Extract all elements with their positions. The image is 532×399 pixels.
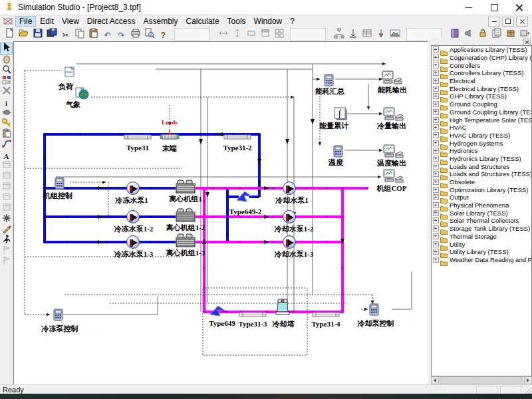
- pipe-type31-4[interactable]: [312, 309, 340, 321]
- expand-icon[interactable]: [433, 140, 439, 146]
- tree-item-cogeneration-chp-library-tess[interactable]: Cogeneration (CHP) Library (TESS): [432, 54, 531, 62]
- expand-icon[interactable]: [433, 225, 439, 231]
- cw-pump-control[interactable]: [369, 303, 379, 319]
- tree-item-obsolete[interactable]: Obsolete: [432, 178, 531, 186]
- tree-item-hydronics-library-tess[interactable]: Hydronics Library (TESS): [432, 155, 531, 163]
- expand-icon[interactable]: [433, 179, 439, 185]
- expand-icon[interactable]: [433, 148, 439, 154]
- tree-item-ground-coupling-library-tess[interactable]: Ground Coupling Library (TESS): [432, 108, 531, 116]
- scroll-right-button[interactable]: [524, 376, 532, 384]
- expand-icon[interactable]: [433, 194, 439, 200]
- tree-item-electrical-library-tess[interactable]: Electrical Library (TESS): [432, 84, 531, 92]
- menu-item-assembly[interactable]: Assembly: [140, 16, 182, 27]
- mdi-minimize-button[interactable]: [488, 17, 500, 27]
- pipe-type31[interactable]: [124, 131, 152, 143]
- expand-icon[interactable]: [433, 249, 439, 255]
- tree-item-hydrogen-systems[interactable]: Hydrogen Systems: [432, 139, 531, 147]
- tree-item-ground-coupling[interactable]: Ground Coupling: [432, 100, 531, 108]
- undo-button[interactable]: ↶: [100, 28, 114, 41]
- fit-vertical-button[interactable]: [230, 28, 244, 41]
- cooling-tower[interactable]: [275, 299, 291, 319]
- expand-icon[interactable]: [433, 117, 439, 123]
- tree-item-controllers[interactable]: Controllers: [432, 61, 531, 69]
- minimize-button[interactable]: [456, 0, 481, 15]
- cw-pump-3[interactable]: [283, 235, 296, 249]
- menu-item-edit[interactable]: Edit: [36, 16, 58, 27]
- hierarchy-button[interactable]: [332, 28, 346, 41]
- tree-item-hvac-library-tess[interactable]: HVAC Library (TESS): [432, 132, 531, 140]
- tree-item-hydronics[interactable]: Hydronics: [432, 147, 531, 155]
- expand-icon[interactable]: [433, 78, 439, 84]
- expand-icon[interactable]: [433, 187, 439, 193]
- tree-item-storage-tank-library-tess[interactable]: Storage Tank Library (TESS): [432, 225, 531, 233]
- landscape-button[interactable]: [388, 28, 402, 41]
- mdi-close-button[interactable]: [516, 17, 528, 27]
- expand-icon[interactable]: [433, 86, 439, 92]
- close-button[interactable]: [507, 0, 532, 15]
- chw-pump-1[interactable]: [126, 182, 140, 195]
- tree-item-thermal-storage[interactable]: Thermal Storage: [432, 233, 531, 241]
- help-button[interactable]: ?: [156, 28, 170, 41]
- expand-icon[interactable]: [433, 164, 439, 170]
- expand-icon[interactable]: [433, 93, 439, 99]
- maximize-button[interactable]: [481, 0, 507, 15]
- print-button[interactable]: [128, 28, 142, 41]
- tree-item-electrical[interactable]: Electrical: [432, 77, 531, 85]
- tree-item-utility[interactable]: Utility: [432, 240, 531, 248]
- chw-pump-control[interactable]: [53, 309, 63, 324]
- diverter-type649-2[interactable]: [235, 190, 253, 206]
- expand-icon[interactable]: [433, 124, 439, 130]
- mdi-restore-button[interactable]: [502, 17, 514, 27]
- link-tool-button[interactable]: [1, 140, 12, 150]
- paste-button[interactable]: [86, 28, 100, 41]
- sort-descending-button[interactable]: [346, 28, 360, 41]
- tree-item-utility-library-tess[interactable]: Utility Library (TESS): [432, 248, 531, 256]
- expand-icon[interactable]: [433, 156, 439, 162]
- library-hscrollbar[interactable]: [431, 376, 532, 384]
- cut-button[interactable]: ✂: [59, 28, 72, 41]
- tree-item-ghp-library-tess[interactable]: GHP Library (TESS): [432, 92, 531, 100]
- expand-icon[interactable]: [433, 132, 439, 138]
- cw-pump-1[interactable]: [283, 182, 296, 195]
- expand-icon[interactable]: [433, 233, 439, 239]
- pipe-type31-2[interactable]: [223, 131, 251, 143]
- tree-item-applications-library-tess[interactable]: Applications Library (TESS): [432, 46, 531, 54]
- flag-2-tool-button[interactable]: [1, 257, 12, 267]
- save-button[interactable]: [31, 28, 45, 41]
- tree-item-high-temperature-solar-tess[interactable]: High Temperature Solar (TESS): [432, 116, 531, 124]
- fit-horizontal-button[interactable]: [216, 28, 230, 41]
- tree-item-output[interactable]: Output: [432, 194, 531, 201]
- save-all-button[interactable]: [45, 28, 59, 41]
- menu-item-calculate[interactable]: Calculate: [182, 16, 223, 27]
- load-reader[interactable]: USER: [65, 66, 75, 80]
- tree-item-loads-and-structures-tess[interactable]: Loads and Structures (TESS): [432, 170, 531, 178]
- tree-item-loads-and-structures[interactable]: Loads and Structures: [432, 162, 531, 170]
- expand-icon[interactable]: [433, 202, 439, 208]
- diverter-type649[interactable]: [209, 305, 226, 321]
- table-button[interactable]: [360, 28, 374, 41]
- menu-item-direct-access[interactable]: Direct Access: [83, 16, 140, 27]
- menu-item-view[interactable]: View: [58, 16, 83, 27]
- new-button[interactable]: [3, 28, 17, 41]
- scroll-thumb[interactable]: [440, 376, 523, 384]
- expand-icon[interactable]: [433, 47, 439, 53]
- pipe-type31-3[interactable]: [239, 309, 267, 321]
- expand-icon[interactable]: [433, 63, 439, 68]
- menu-item-help[interactable]: ?: [286, 16, 299, 27]
- print-preview-button[interactable]: [142, 28, 156, 41]
- project-canvas[interactable]: USER负荷气象Type31末端Type31-2能耗汇总能耗输出∫能量累计冷量输…: [13, 41, 428, 385]
- expand-icon[interactable]: [433, 171, 439, 177]
- tile-windows-button[interactable]: [272, 28, 286, 41]
- open-button[interactable]: [17, 28, 31, 41]
- menu-item-file[interactable]: File: [15, 16, 36, 27]
- expand-icon[interactable]: [433, 217, 439, 223]
- expand-icon[interactable]: [433, 109, 439, 115]
- redo-button[interactable]: ↷: [114, 28, 128, 41]
- chw-pump-2[interactable]: [126, 210, 140, 223]
- tree-item-physical-phenomena[interactable]: Physical Phenomena: [432, 201, 531, 209]
- scroll-left-button[interactable]: [431, 376, 439, 384]
- chw-pump-3[interactable]: [126, 235, 140, 249]
- menu-item-window[interactable]: Window: [250, 16, 287, 27]
- expand-icon[interactable]: [433, 210, 439, 216]
- tree-item-controllers-library-tess[interactable]: Controllers Library (TESS): [432, 69, 531, 77]
